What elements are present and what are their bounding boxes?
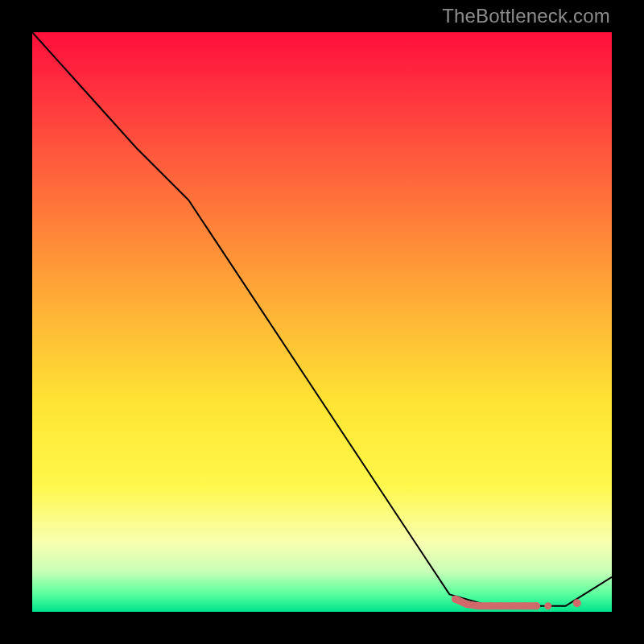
marker-dot <box>464 601 471 608</box>
marker-dot <box>498 602 506 609</box>
marker-dot <box>510 602 517 609</box>
marker-dot <box>573 599 581 607</box>
marker-dot <box>522 602 529 609</box>
plot-area <box>32 32 612 612</box>
marker-dot <box>544 602 551 609</box>
chart-svg <box>32 32 612 612</box>
main-curve <box>32 32 612 606</box>
watermark-text: TheBottleneck.com <box>442 5 610 27</box>
marker-dot <box>475 602 482 609</box>
chart-frame: TheBottleneck.com <box>0 0 644 644</box>
marker-dot <box>486 602 493 609</box>
marker-dot <box>452 596 459 603</box>
marker-dot <box>533 602 540 609</box>
curve-layer <box>32 32 612 606</box>
marker-layer <box>452 596 581 610</box>
